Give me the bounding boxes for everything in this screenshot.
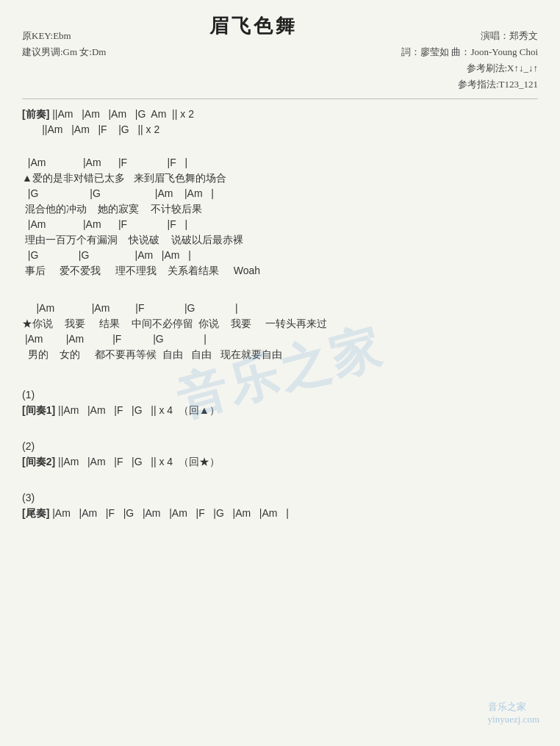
key-label: 原KEY:Ebm (22, 28, 106, 44)
section-verse1: |Am |Am |F |F | ▲爱的是非对错已太多 来到眉飞色舞的场合 |G … (22, 155, 538, 279)
interlude2-label: [间奏2] (22, 456, 55, 467)
prelude-label: [前奏] (22, 108, 49, 120)
header-divider (22, 98, 538, 99)
suggestion-label: 建议男调:Gm 女:Dm (22, 44, 106, 60)
verse1-chord3: |Am |Am |F |F | (22, 217, 538, 232)
outro-line: [尾奏] |Am |Am |F |G |Am |Am |F |G |Am |Am… (22, 506, 538, 521)
section-prelude: [前奏] ||Am |Am |Am |G Am || x 2 ||Am |Am … (22, 107, 538, 137)
page: 原KEY:Ebm 建议男调:Gm 女:Dm 眉飞色舞 演唱：郑秀文 詞：廖莹如 … (0, 0, 560, 746)
interlude2-line: [间奏2] ||Am |Am |F |G || x 4 （回★） (22, 454, 538, 470)
verse1-lyric3: 理由一百万个有漏洞 快说破 说破以后最赤裸 (22, 232, 538, 248)
verse1-lyric1: ▲爱的是非对错已太多 来到眉飞色舞的场合 (22, 171, 538, 186)
chorus-lyric2: 男的 女的 都不要再等候 自由 自由 现在就要自由 (22, 347, 538, 362)
fingering-label: 参考指法:T123_121 (401, 76, 538, 93)
verse1-lyric2: 混合他的冲动 她的寂寞 不计较后果 (22, 201, 538, 217)
header-center: 眉飞色舞 (106, 13, 401, 39)
chorus-chord2: |Am |Am |F |G | (22, 331, 538, 347)
header-right: 演唱：郑秀文 詞：廖莹如 曲：Joon-Young Choi 参考刷法:X↑↓_… (401, 13, 538, 93)
outro-label: [尾奏] (22, 507, 49, 519)
song-title: 眉飞色舞 (106, 13, 401, 39)
singer-label: 演唱：郑秀文 (401, 28, 538, 44)
prelude-label-line: [前奏] ||Am |Am |Am |G Am || x 2 (22, 107, 538, 122)
header-left: 原KEY:Ebm 建议男调:Gm 女:Dm (22, 13, 106, 60)
writer-label: 詞：廖莹如 曲：Joon-Young Choi (401, 44, 538, 60)
verse1-lyric4: 事后 爱不爱我 理不理我 关系着结果 Woah (22, 263, 538, 279)
verse1-chord2: |G |G |Am |Am | (22, 186, 538, 201)
verse1-chord1: |Am |Am |F |F | (22, 155, 538, 171)
strumming-label: 参考刷法:X↑↓_↓↑ (401, 60, 538, 76)
header: 原KEY:Ebm 建议男调:Gm 女:Dm 眉飞色舞 演唱：郑秀文 詞：廖莹如 … (22, 13, 538, 93)
watermark-url: 音乐之家yinyuezj.com (488, 700, 539, 725)
interlude1-line: [间奏1] ||Am |Am |F |G || x 4 （回▲） (22, 403, 538, 418)
section-interlude1: (1) [间奏1] ||Am |Am |F |G || x 4 （回▲） (22, 387, 538, 418)
interlude1-label: [间奏1] (22, 404, 55, 416)
interlude1-num: (1) (22, 387, 538, 403)
section-interlude2: (2) [间奏2] ||Am |Am |F |G || x 4 （回★） (22, 439, 538, 470)
prelude-line2: ||Am |Am |F |G || x 2 (22, 122, 538, 137)
section-chorus: |Am |Am |F |G | ★你说 我要 结果 中间不必停留 你说 我要 一… (22, 301, 538, 362)
chorus-chord1: |Am |Am |F |G | (22, 301, 538, 316)
section-outro: (3) [尾奏] |Am |Am |F |G |Am |Am |F |G |Am… (22, 490, 538, 521)
chorus-lyric1: ★你说 我要 结果 中间不必停留 你说 我要 一转头再来过 (22, 316, 538, 331)
outro-num: (3) (22, 490, 538, 506)
verse1-chord4: |G |G |Am |Am | (22, 248, 538, 263)
interlude2-num: (2) (22, 439, 538, 454)
